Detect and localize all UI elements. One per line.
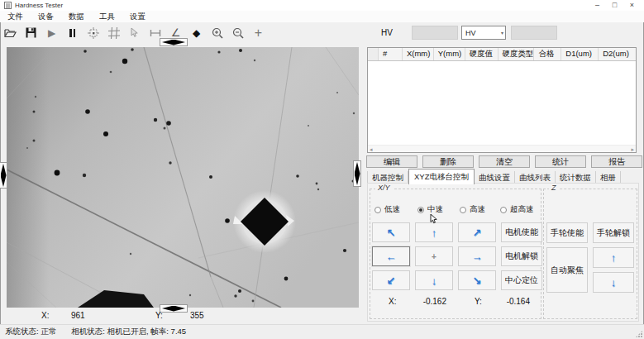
- col-index[interactable]: #: [379, 48, 403, 60]
- control-tabs: 机器控制 XYZ电移台控制 曲线设置 曲线列表 统计数据 相册: [367, 169, 642, 184]
- arrow-up-icon: ↑: [432, 227, 437, 239]
- stats-button[interactable]: 统计: [535, 155, 586, 168]
- stage-x-value: -0.162: [403, 297, 446, 306]
- open-folder-button[interactable]: [0, 24, 21, 42]
- crosshair-button[interactable]: +: [248, 24, 269, 42]
- grid-button[interactable]: [103, 24, 124, 42]
- col-pass[interactable]: 合格: [534, 48, 561, 60]
- report-button[interactable]: 报告: [591, 155, 642, 168]
- hardness-tester-window: { "window": { "title": "Hardness Tester"…: [0, 0, 644, 339]
- handwheel-enable-button[interactable]: 手轮使能: [546, 222, 588, 243]
- tab-machine-control[interactable]: 机器控制: [367, 171, 408, 184]
- maximize-button[interactable]: □: [606, 0, 623, 11]
- hv-secondary-field[interactable]: [511, 26, 557, 40]
- jog-up-left-button[interactable]: ↖: [372, 222, 410, 242]
- xy-groupbox: X/Y 低速 中速 高速 超高速 ↖ ↑ ↗ 电机使能 ← + → 电机解锁 ↙: [370, 189, 541, 319]
- window-title: Hardness Tester: [15, 2, 63, 9]
- results-table-header: # X(mm) Y(mm) 硬度值 硬度类型 合格 D1(um) D2(um): [368, 48, 636, 61]
- jog-center-button[interactable]: +: [415, 246, 453, 266]
- jog-down-left-button[interactable]: ↙: [372, 270, 410, 290]
- zoom-out-button[interactable]: [227, 24, 248, 42]
- stage-y-value: -0.164: [489, 297, 530, 306]
- menu-data[interactable]: 数据: [61, 12, 92, 22]
- hardness-unit-select[interactable]: HV ▾: [461, 26, 506, 40]
- pause-icon: [69, 29, 75, 37]
- arrow-down-icon: ↓: [432, 275, 437, 287]
- microscope-image: [7, 47, 359, 308]
- stage-x-label: X:: [389, 297, 396, 306]
- motor-unlock-button[interactable]: 电机解锁: [501, 246, 542, 266]
- arrow-up-right-icon: ↗: [473, 227, 482, 239]
- z-down-button[interactable]: ↓: [593, 272, 634, 293]
- col-d2-um[interactable]: D2(um): [599, 48, 636, 60]
- jog-up-button[interactable]: ↑: [415, 222, 453, 242]
- grid-icon: [108, 27, 120, 39]
- table-horizontal-scrollbar[interactable]: ◂ ▸: [368, 145, 636, 152]
- play-button[interactable]: ▶: [41, 24, 62, 42]
- z-up-button[interactable]: ↑: [593, 247, 634, 268]
- open-folder-icon: [4, 27, 17, 38]
- scroll-right-icon[interactable]: ▸: [631, 146, 634, 152]
- jog-down-button[interactable]: ↓: [415, 270, 453, 290]
- pointer-button[interactable]: [124, 24, 145, 42]
- indent-marker-button[interactable]: ◆: [186, 24, 207, 42]
- scroll-left-icon[interactable]: ◂: [370, 146, 373, 152]
- focus-target-button[interactable]: [83, 24, 103, 42]
- stage-marker-left: [0, 162, 7, 189]
- handwheel-unlock-button[interactable]: 手轮解锁: [593, 222, 634, 243]
- col-d1-um[interactable]: D1(um): [561, 48, 599, 60]
- motor-enable-button[interactable]: 电机使能: [501, 222, 542, 242]
- camera-y-label: Y:: [155, 311, 163, 320]
- speed-high-radio[interactable]: 高速: [460, 204, 485, 215]
- stage-y-label: Y:: [475, 297, 482, 306]
- menu-device[interactable]: 设备: [31, 12, 61, 22]
- center-point-icon: +: [432, 252, 436, 261]
- arrow-right-icon: →: [472, 251, 483, 263]
- col-y-mm[interactable]: Y(mm): [434, 48, 465, 60]
- camera-y-value: 355: [190, 311, 204, 320]
- menu-settings[interactable]: 设置: [122, 12, 153, 22]
- tab-album[interactable]: 相册: [596, 171, 621, 184]
- resize-grip[interactable]: [636, 331, 642, 337]
- stage-marker-top: [160, 38, 188, 46]
- tab-curve-settings[interactable]: 曲线设置: [475, 171, 515, 184]
- camera-image-view[interactable]: [7, 47, 359, 308]
- col-x-mm[interactable]: X(mm): [403, 48, 434, 60]
- focus-target-icon: [88, 27, 99, 39]
- arrow-down-icon: ↓: [611, 276, 617, 289]
- hv-value-field[interactable]: [412, 26, 458, 40]
- close-button[interactable]: ×: [623, 0, 641, 11]
- camera-coordinates: X: 961 Y: 355: [7, 309, 359, 322]
- minimize-button[interactable]: –: [589, 0, 606, 11]
- save-icon: [26, 27, 36, 38]
- save-button[interactable]: [21, 24, 41, 42]
- tab-stats-data[interactable]: 统计数据: [556, 171, 596, 184]
- delete-button[interactable]: 删除: [422, 155, 474, 168]
- zoom-in-icon: [212, 27, 223, 39]
- tab-curve-list[interactable]: 曲线列表: [515, 171, 556, 184]
- radio-checked-icon: [417, 207, 424, 213]
- tab-xyz-stage-control[interactable]: XYZ电移台控制: [408, 169, 475, 184]
- camera-x-label: X:: [41, 311, 49, 320]
- pause-button[interactable]: [62, 24, 83, 42]
- jog-down-right-button[interactable]: ↘: [458, 270, 496, 290]
- jog-up-right-button[interactable]: ↗: [458, 222, 496, 242]
- autofocus-button[interactable]: 自动聚焦: [546, 247, 588, 293]
- window-controls: – □ ×: [589, 0, 641, 11]
- edit-button[interactable]: 编辑: [366, 155, 417, 168]
- menu-tools[interactable]: 工具: [92, 12, 122, 22]
- jog-right-button[interactable]: →: [458, 246, 496, 266]
- clear-button[interactable]: 清空: [479, 155, 530, 168]
- jog-grid: ↖ ↑ ↗ 电机使能 ← + → 电机解锁 ↙ ↓ ↘ 中心定位: [372, 222, 542, 290]
- width-measure-icon: [150, 28, 161, 38]
- col-hardness-value[interactable]: 硬度值: [465, 48, 499, 60]
- speed-ultra-radio[interactable]: 超高速: [500, 204, 534, 215]
- jog-left-button[interactable]: ←: [372, 246, 410, 266]
- zoom-in-button[interactable]: [207, 24, 227, 42]
- col-hardness-type[interactable]: 硬度类型: [499, 48, 535, 60]
- speed-low-radio[interactable]: 低速: [374, 204, 400, 215]
- arrow-down-left-icon: ↙: [387, 275, 396, 287]
- center-position-button[interactable]: 中心定位: [501, 270, 542, 290]
- arrow-down-right-icon: ↘: [473, 275, 482, 287]
- menu-file[interactable]: 文件: [0, 12, 31, 22]
